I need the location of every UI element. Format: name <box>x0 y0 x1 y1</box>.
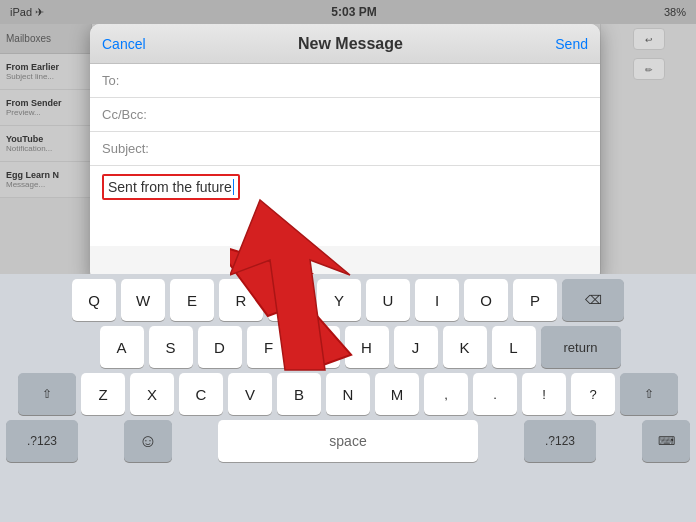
key-question[interactable]: ? <box>571 373 615 415</box>
key-g[interactable]: G <box>296 326 340 368</box>
key-z[interactable]: Z <box>81 373 125 415</box>
key-e[interactable]: E <box>170 279 214 321</box>
numbers-key-right[interactable]: .?123 <box>524 420 596 462</box>
sidebar-item-preview: Subject line... <box>6 72 85 81</box>
key-j[interactable]: J <box>394 326 438 368</box>
keyboard: Q W E R T Y U I O P ⌫ A S D F G H J K L … <box>0 274 696 522</box>
sidebar-item-name: Egg Learn N <box>6 170 85 180</box>
send-button[interactable]: Send <box>555 36 588 52</box>
compose-modal: Cancel New Message Send To: Cc/Bcc: Subj… <box>90 24 600 282</box>
space-key[interactable]: space <box>218 420 478 462</box>
keyboard-bottom-row: .?123 ☺ space .?123 ⌨ <box>0 415 696 468</box>
mailboxes-label: Mailboxes <box>6 33 51 44</box>
cancel-button[interactable]: Cancel <box>102 36 146 52</box>
key-y[interactable]: Y <box>317 279 361 321</box>
status-right: 38% <box>664 6 686 18</box>
status-bar: iPad ✈ 5:03 PM 38% <box>0 0 696 24</box>
ipad-label: iPad ✈ <box>10 6 44 19</box>
key-t[interactable]: T <box>268 279 312 321</box>
to-input[interactable] <box>162 73 588 88</box>
keyboard-hide-key[interactable]: ⌨ <box>642 420 690 462</box>
toolbar-btn[interactable]: ↩ <box>633 28 665 50</box>
key-comma[interactable]: , <box>424 373 468 415</box>
keyboard-row-3: ⇧ Z X C V B N M , . ! ? ⇧ <box>0 368 696 415</box>
key-l[interactable]: L <box>492 326 536 368</box>
sidebar-item[interactable]: Egg Learn N Message... <box>0 162 91 198</box>
keyboard-row-1: Q W E R T Y U I O P ⌫ <box>0 274 696 321</box>
cc-label: Cc/Bcc: <box>102 107 162 122</box>
sidebar-item[interactable]: YouTube Notification... <box>0 126 91 162</box>
toolbar: ↩ ✏ <box>600 24 696 282</box>
toolbar-btn[interactable]: ✏ <box>633 58 665 80</box>
body-text: Sent from the future <box>108 179 232 195</box>
key-s[interactable]: S <box>149 326 193 368</box>
sidebar-item-preview: Message... <box>6 180 85 189</box>
subject-field[interactable]: Subject: <box>90 132 600 166</box>
sidebar-item-name: From Earlier <box>6 62 85 72</box>
body-highlight: Sent from the future <box>102 174 240 200</box>
key-c[interactable]: C <box>179 373 223 415</box>
backspace-key[interactable]: ⌫ <box>562 279 624 321</box>
to-label: To: <box>102 73 162 88</box>
subject-label: Subject: <box>102 141 162 156</box>
cc-field[interactable]: Cc/Bcc: <box>90 98 600 132</box>
to-field[interactable]: To: <box>90 64 600 98</box>
key-i[interactable]: I <box>415 279 459 321</box>
compose-header: Cancel New Message Send <box>90 24 600 64</box>
key-r[interactable]: R <box>219 279 263 321</box>
battery-icon: 38% <box>664 6 686 18</box>
emoji-key[interactable]: ☺ <box>124 420 172 462</box>
cc-input[interactable] <box>162 107 588 122</box>
shift-key-right[interactable]: ⇧ <box>620 373 678 415</box>
text-cursor <box>233 179 234 195</box>
keyboard-row-2: A S D F G H J K L return <box>0 321 696 368</box>
shift-key[interactable]: ⇧ <box>18 373 76 415</box>
key-n[interactable]: N <box>326 373 370 415</box>
key-u[interactable]: U <box>366 279 410 321</box>
status-left: iPad ✈ <box>10 6 44 19</box>
sidebar-item-preview: Preview... <box>6 108 85 117</box>
key-q[interactable]: Q <box>72 279 116 321</box>
key-h[interactable]: H <box>345 326 389 368</box>
numbers-key[interactable]: .?123 <box>6 420 78 462</box>
key-period[interactable]: . <box>473 373 517 415</box>
subject-input[interactable] <box>162 141 588 156</box>
compose-title: New Message <box>298 35 403 53</box>
sidebar-item-name: From Sender <box>6 98 85 108</box>
key-x[interactable]: X <box>130 373 174 415</box>
key-d[interactable]: D <box>198 326 242 368</box>
key-p[interactable]: P <box>513 279 557 321</box>
key-w[interactable]: W <box>121 279 165 321</box>
key-a[interactable]: A <box>100 326 144 368</box>
key-v[interactable]: V <box>228 373 272 415</box>
sidebar-header: Mailboxes <box>0 24 91 54</box>
status-time: 5:03 PM <box>331 5 376 19</box>
key-b[interactable]: B <box>277 373 321 415</box>
return-key[interactable]: return <box>541 326 621 368</box>
key-k[interactable]: K <box>443 326 487 368</box>
key-exclamation[interactable]: ! <box>522 373 566 415</box>
compose-body[interactable]: Sent from the future <box>90 166 600 246</box>
key-m[interactable]: M <box>375 373 419 415</box>
sidebar-item-name: YouTube <box>6 134 85 144</box>
sidebar-item-preview: Notification... <box>6 144 85 153</box>
sidebar: Mailboxes From Earlier Subject line... F… <box>0 24 92 282</box>
key-o[interactable]: O <box>464 279 508 321</box>
sidebar-item[interactable]: From Sender Preview... <box>0 90 91 126</box>
sidebar-item[interactable]: From Earlier Subject line... <box>0 54 91 90</box>
key-f[interactable]: F <box>247 326 291 368</box>
